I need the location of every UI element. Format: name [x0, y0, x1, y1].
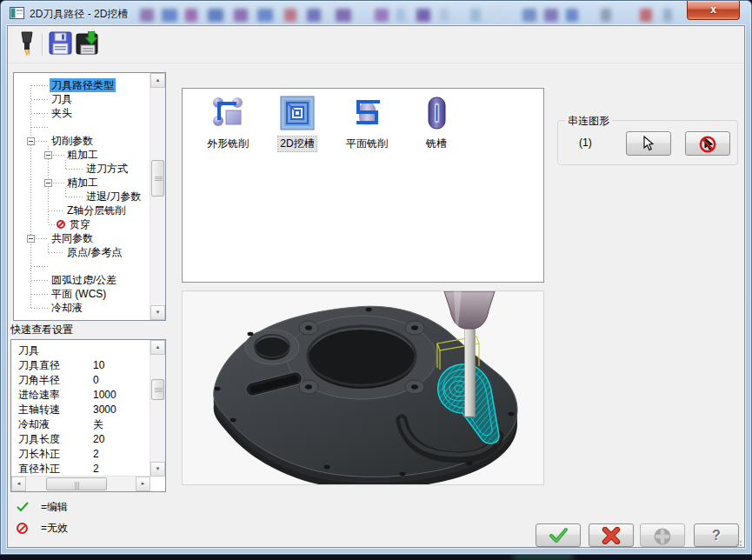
- deselect-chain-button[interactable]: [685, 131, 730, 156]
- dialog-toolbar: [8, 26, 744, 63]
- scroll-left-icon[interactable]: ◄: [11, 477, 26, 491]
- close-icon: x: [710, 3, 716, 16]
- tree-item-tool[interactable]: 刀具: [50, 92, 74, 106]
- ok-check-icon: [548, 527, 569, 544]
- check-icon: [17, 502, 29, 512]
- pocket-2d-icon: [280, 96, 315, 130]
- tree-item-holder[interactable]: 夹头: [50, 106, 74, 120]
- apply-plus-icon: [653, 527, 672, 546]
- titlebar: 2D刀具路径 - 2D挖槽 x: [1, 1, 751, 25]
- select-cursor-icon: [642, 136, 656, 151]
- qv-row-length-offset: 刀长补正2: [11, 447, 149, 462]
- no-entry-icon: [17, 523, 28, 534]
- toolpath-type-slotmill[interactable]: 铣槽: [402, 96, 471, 151]
- scroll-down-icon[interactable]: ▼: [150, 462, 165, 477]
- collapse-box-finishing[interactable]: [44, 179, 52, 187]
- scrollbar-thumb[interactable]: [46, 477, 107, 490]
- scrollbar-thumb[interactable]: [151, 379, 164, 400]
- collapse-box-roughing[interactable]: [44, 151, 52, 159]
- slot-mill-icon: [419, 96, 454, 130]
- scroll-down-icon[interactable]: ▼: [150, 305, 165, 320]
- quick-view-vscrollbar[interactable]: ▲ ▼: [150, 340, 165, 477]
- dialog-2d-toolpath: 2D刀具路径 - 2D挖槽 x: [0, 0, 752, 555]
- screen: 2D刀具路径 - 2D挖槽 x: [0, 0, 752, 560]
- qv-row-coolant: 冷却液关: [11, 417, 149, 432]
- tree-item-roughing[interactable]: 粗加工: [65, 148, 100, 162]
- tree-item-depth-cuts[interactable]: Z轴分层铣削: [65, 203, 127, 217]
- chain-geometry-group: 串连图形 (1): [557, 120, 738, 165]
- toolpath-type-label: 2D挖槽: [278, 137, 316, 151]
- apply-button-disabled[interactable]: [640, 523, 685, 547]
- ok-button[interactable]: [536, 523, 581, 547]
- deselect-cursor-icon: [697, 136, 718, 153]
- toolpath-preview: [182, 290, 544, 485]
- face-mill-icon: [349, 96, 384, 130]
- tree-item-arc-filter-tolerance[interactable]: 圆弧过虑/公差: [50, 273, 118, 287]
- tree-item-break-through[interactable]: 贯穿: [68, 217, 92, 231]
- tree-item-lead-in-out[interactable]: 进退/刀参数: [84, 190, 143, 203]
- tree-item-finishing[interactable]: 精加工: [65, 176, 100, 190]
- tree-item-coolant[interactable]: 冷却液: [50, 301, 84, 315]
- window-title: 2D刀具路径 - 2D挖槽: [30, 7, 128, 22]
- tree-item-planes-wcs[interactable]: 平面 (WCS): [50, 287, 108, 301]
- resize-grip[interactable]: [733, 537, 742, 547]
- toolbar-separator: [42, 33, 43, 56]
- cancel-x-icon: [602, 527, 621, 544]
- help-question-icon: ?: [712, 528, 721, 543]
- select-chain-button[interactable]: [626, 131, 671, 156]
- toolpath-type-label: 铣槽: [424, 137, 449, 151]
- window-icon: [10, 7, 24, 19]
- tree-scrollbar[interactable]: ▲ ▼: [150, 73, 165, 320]
- cancel-button[interactable]: [589, 523, 634, 547]
- scroll-up-icon[interactable]: ▲: [150, 73, 165, 88]
- qv-row-tool-diameter: 刀具直径10: [11, 358, 149, 373]
- qv-row-feed-rate: 进给速率1000: [11, 388, 149, 403]
- save-icon[interactable]: [49, 31, 73, 57]
- part-3d-render: [183, 291, 543, 484]
- qv-row-tool: 刀具: [11, 343, 149, 358]
- invalid-icon: [57, 220, 65, 229]
- chain-count: (1): [579, 137, 592, 149]
- close-button[interactable]: x: [687, 1, 740, 20]
- toolpath-type-pocket[interactable]: 2D挖槽: [263, 96, 332, 151]
- contour-mill-icon: [210, 96, 245, 130]
- chain-geometry-title: 串连图形: [565, 114, 612, 129]
- scroll-right-icon[interactable]: ►: [136, 477, 150, 491]
- tree-item-entry-method[interactable]: 进刀方式: [84, 162, 130, 176]
- tree-item-toolpath-type[interactable]: 刀具路径类型: [50, 78, 116, 92]
- tree-item-origin-ref-points[interactable]: 原点/参考点: [65, 245, 123, 259]
- endmill-tool-icon[interactable]: [17, 31, 41, 57]
- scroll-up-icon[interactable]: ▲: [150, 340, 165, 355]
- qv-row-corner-radius: 刀角半径0: [11, 373, 149, 388]
- toolpath-tree-panel: 刀具路径类型 刀具 夹头 切削参数 粗加工 进刀方式 精加工 进退/刀参数 Z轴…: [13, 72, 166, 321]
- tree-item-cut-params[interactable]: 切削参数: [50, 134, 95, 148]
- qv-row-spindle-speed: 主轴转速3000: [11, 403, 149, 417]
- tree-item-common-params[interactable]: 共同参数: [50, 231, 95, 245]
- toolpath-type-contour[interactable]: 外形铣削: [193, 96, 263, 151]
- toolpath-type-facemill[interactable]: 平面铣削: [332, 96, 402, 151]
- collapse-box-cut-params[interactable]: [27, 137, 35, 145]
- quick-view-title: 快速查看设置: [10, 323, 73, 337]
- scrollbar-thumb[interactable]: [151, 160, 164, 197]
- collapse-box-common-params[interactable]: [27, 235, 35, 243]
- dialog-content: 刀具路径类型 刀具 夹头 切削参数 粗加工 进刀方式 精加工 进退/刀参数 Z轴…: [7, 25, 745, 548]
- qv-row-diameter-offset: 直径补正2: [11, 462, 149, 477]
- qv-row-tool-length: 刀具长度20: [11, 432, 149, 447]
- toolpath-type-label: 外形铣削: [205, 137, 250, 151]
- toolpath-type-panel: 外形铣削 2D挖槽: [182, 88, 544, 283]
- toolpath-type-label: 平面铣削: [344, 137, 389, 151]
- quick-view-hscrollbar[interactable]: ◄ ►: [11, 476, 150, 491]
- quick-view-panel: 刀具 刀具直径10 刀角半径0 进给速率1000 主轴转速3000 冷却液关 刀…: [10, 339, 166, 492]
- save-export-icon[interactable]: [76, 31, 100, 57]
